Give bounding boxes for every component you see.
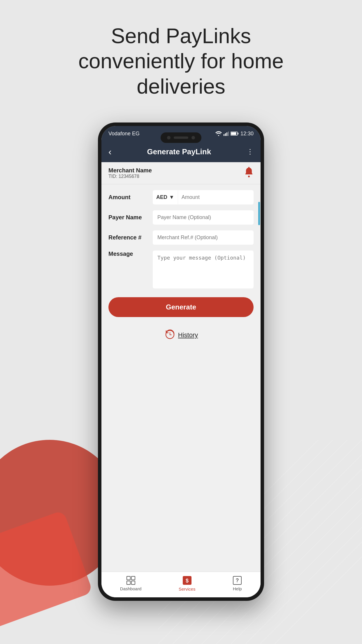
svg-rect-27 xyxy=(131,581,135,584)
headline-line1: Send PayLinks xyxy=(111,24,251,48)
currency-label: AED xyxy=(156,194,167,200)
reference-row: Reference # xyxy=(108,230,254,245)
svg-text:?: ? xyxy=(236,578,239,583)
history-section: History xyxy=(108,323,254,347)
message-input[interactable] xyxy=(153,251,254,288)
headline-line2: conveniently for home xyxy=(78,49,284,73)
menu-button[interactable]: ⋮ xyxy=(247,148,254,156)
reference-input[interactable] xyxy=(153,230,254,245)
app-title: Generate PayLink xyxy=(147,147,211,156)
notch xyxy=(161,132,201,143)
headline-line3: deliveries xyxy=(137,75,225,98)
nav-item-help[interactable]: ? Help xyxy=(233,576,242,591)
dashboard-label: Dashboard xyxy=(120,586,141,591)
speaker xyxy=(174,136,188,139)
message-label: Message xyxy=(108,251,149,257)
reference-label: Reference # xyxy=(108,234,149,241)
front-camera xyxy=(167,136,171,139)
svg-rect-26 xyxy=(127,581,130,584)
svg-rect-16 xyxy=(228,132,229,136)
notification-bell-icon[interactable] xyxy=(244,167,254,179)
nav-item-dashboard[interactable]: Dashboard xyxy=(120,576,141,591)
merchant-tid: TID: 12345678 xyxy=(108,174,152,179)
app-header: ‹ Generate PayLink ⋮ xyxy=(101,141,261,162)
svg-line-7 xyxy=(260,542,362,644)
svg-rect-19 xyxy=(238,133,238,134)
payer-name-row: Payer Name xyxy=(108,210,254,225)
merchant-info: Merchant Name TID: 12345678 xyxy=(108,167,152,179)
svg-rect-15 xyxy=(226,132,227,136)
svg-point-20 xyxy=(248,176,250,177)
amount-row: Amount AED ▼ xyxy=(108,190,254,204)
phone-device: Vodafone EG xyxy=(98,123,264,601)
nav-item-services[interactable]: $ Services xyxy=(179,575,196,592)
status-icons: 12:30 xyxy=(215,131,254,137)
svg-text:$: $ xyxy=(186,578,189,584)
carrier-label: Vodafone EG xyxy=(108,131,140,137)
svg-rect-25 xyxy=(131,576,135,580)
currency-selector[interactable]: AED ▼ xyxy=(153,190,178,204)
dashboard-icon xyxy=(126,576,136,585)
back-button[interactable]: ‹ xyxy=(108,146,112,157)
time-label: 12:30 xyxy=(240,131,254,137)
signal-icon xyxy=(224,131,229,136)
svg-rect-14 xyxy=(225,133,226,136)
currency-dropdown-arrow: ▼ xyxy=(169,194,174,200)
merchant-name: Merchant Name xyxy=(108,167,152,174)
history-icon xyxy=(164,329,175,341)
amount-input[interactable] xyxy=(178,190,254,204)
svg-point-12 xyxy=(218,135,219,136)
svg-rect-13 xyxy=(224,134,224,136)
services-icon: $ xyxy=(182,575,192,585)
svg-rect-24 xyxy=(127,576,130,580)
front-sensor xyxy=(191,136,195,139)
form-area: Amount AED ▼ Payer Name xyxy=(101,184,261,572)
battery-icon xyxy=(231,132,239,136)
generate-button[interactable]: Generate xyxy=(108,297,254,317)
amount-label: Amount xyxy=(108,194,149,201)
svg-rect-18 xyxy=(231,132,236,135)
status-bar: Vodafone EG xyxy=(101,126,261,141)
message-row: Message xyxy=(108,251,254,288)
services-label: Services xyxy=(179,587,196,592)
history-link[interactable]: History xyxy=(178,331,198,339)
help-icon: ? xyxy=(233,576,242,585)
help-label: Help xyxy=(233,586,242,591)
bottom-nav: Dashboard $ Services ? Help xyxy=(101,572,261,597)
page-headline: Send PayLinks conveniently for home deli… xyxy=(0,23,362,99)
svg-line-8 xyxy=(275,556,362,644)
merchant-bar: Merchant Name TID: 12345678 xyxy=(101,162,261,184)
scroll-indicator xyxy=(258,202,260,225)
wifi-icon xyxy=(215,131,222,136)
payer-name-input[interactable] xyxy=(153,210,254,225)
payer-name-label: Payer Name xyxy=(108,214,149,221)
amount-input-group: AED ▼ xyxy=(153,190,254,204)
